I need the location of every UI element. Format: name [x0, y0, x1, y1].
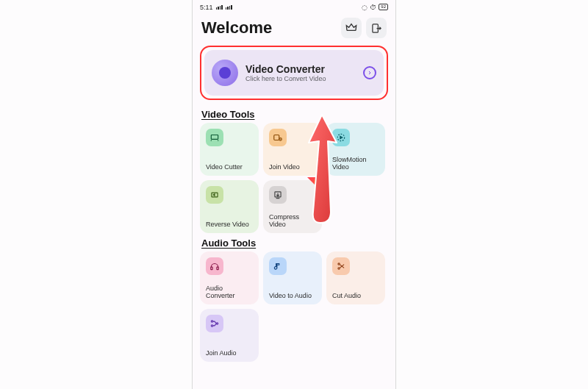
- svg-rect-8: [217, 267, 218, 270]
- tile-label: Join Video: [269, 164, 316, 171]
- chevron-right-icon: [367, 70, 373, 76]
- cut-audio-tile[interactable]: Cut Audio: [326, 251, 385, 304]
- tile-label: Cut Audio: [332, 293, 379, 300]
- hero-outline: Video Converter Click here to Convert Vi…: [200, 46, 388, 100]
- moon-icon: ◌: [362, 4, 368, 11]
- svg-point-11: [211, 321, 212, 322]
- audio-converter-icon: [206, 257, 223, 275]
- reverse-video-icon: [206, 186, 223, 204]
- hero-arrow-button[interactable]: [363, 66, 376, 79]
- audio-converter-tile[interactable]: Audio Converter: [200, 251, 259, 304]
- status-bar: 5:11 ◌ ⏱ 92: [193, 0, 395, 13]
- hero-title: Video Converter: [245, 63, 326, 75]
- slowmotion-tile[interactable]: SlowMotion Video: [326, 123, 385, 176]
- compress-video-tile[interactable]: 🔥 Compress Video: [263, 180, 322, 233]
- page-title: Welcome: [201, 18, 337, 38]
- video-to-audio-tile[interactable]: Video to Audio: [263, 251, 322, 304]
- video-cutter-tile[interactable]: Video Cutter: [200, 123, 259, 176]
- svg-point-3: [279, 138, 282, 141]
- tile-label: SlowMotion Video: [332, 157, 379, 171]
- signal-icon: [226, 5, 232, 10]
- video-converter-icon: [212, 60, 238, 86]
- section-title-audio: Audio Tools: [201, 238, 387, 249]
- tile-label: Video to Audio: [269, 293, 316, 300]
- tile-label: Compress Video: [269, 214, 316, 229]
- svg-point-13: [216, 323, 218, 324]
- exit-icon: [371, 23, 382, 34]
- premium-button[interactable]: [341, 18, 362, 38]
- svg-rect-7: [211, 267, 212, 270]
- hot-badge: 🔥: [307, 177, 323, 193]
- reverse-video-tile[interactable]: Reverse Video: [200, 180, 259, 233]
- join-audio-icon: [206, 315, 223, 332]
- tile-label: Video Cutter: [206, 164, 253, 171]
- join-audio-tile[interactable]: Join Audio: [200, 309, 259, 362]
- video-cutter-icon: [206, 129, 223, 146]
- hero-subtitle: Click here to Convert Video: [245, 75, 326, 82]
- exit-button[interactable]: [366, 18, 387, 38]
- svg-rect-2: [274, 135, 279, 140]
- join-video-tile[interactable]: Join Video: [263, 123, 322, 176]
- tile-label: Audio Converter: [206, 285, 253, 300]
- phone-frame: 5:11 ◌ ⏱ 92 Welcome Video Converter Clic…: [192, 0, 396, 389]
- signal-icon: [216, 5, 223, 10]
- section-title-video: Video Tools: [201, 109, 387, 120]
- crown-icon: [345, 22, 357, 34]
- clock-label: 5:11: [200, 4, 213, 11]
- hero-highlight: Video Converter Click here to Convert Vi…: [193, 40, 395, 104]
- compress-video-icon: [269, 186, 287, 204]
- alarm-icon: ⏱: [370, 4, 376, 11]
- header: Welcome: [193, 13, 395, 40]
- audio-tools-grid: Audio Converter Video to Audio Cut Audio…: [193, 251, 395, 362]
- svg-point-9: [338, 268, 340, 269]
- battery-icon: 92: [379, 4, 388, 10]
- svg-point-12: [211, 325, 212, 326]
- slowmotion-icon: [332, 129, 350, 146]
- video-to-audio-icon: [269, 257, 287, 275]
- svg-rect-1: [211, 135, 218, 140]
- cut-audio-icon: [332, 257, 350, 275]
- tile-label: Join Audio: [206, 350, 253, 357]
- video-converter-card[interactable]: Video Converter Click here to Convert Vi…: [204, 50, 384, 96]
- svg-point-10: [338, 263, 340, 265]
- join-video-icon: [269, 129, 287, 146]
- tile-label: Reverse Video: [206, 221, 253, 229]
- video-tools-grid: Video Cutter Join Video SlowMotion Video…: [193, 123, 395, 233]
